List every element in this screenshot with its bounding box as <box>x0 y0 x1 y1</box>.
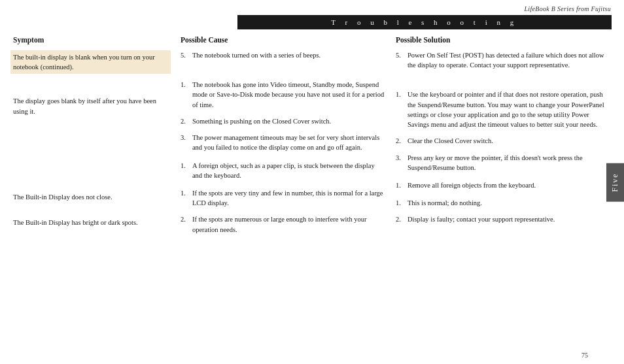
side-tab: Five <box>606 163 624 201</box>
solution-block-4: 1. This is normal; do nothing. 2. Displa… <box>396 198 604 224</box>
page-number: 75 <box>581 352 588 359</box>
symptom-item-2: The display goes blank by itself after y… <box>13 96 171 116</box>
cause-block-1: 5. The notebook turned on with a series … <box>181 50 386 60</box>
solution-block-1: 5. Power On Self Test (POST) has detecte… <box>396 50 604 70</box>
cause-block-4: 1. If the spots are very tiny and few in… <box>181 188 386 235</box>
cause-block-3: 1. A foreign object, such as a paper cli… <box>181 161 386 180</box>
cause-column-header: Possible Cause <box>181 36 386 44</box>
cause-block-2: 1. The notebook has gone into Video time… <box>181 80 386 152</box>
symptom-item-1: The built-in display is blank when you t… <box>10 50 171 74</box>
symptom-column-header: Symptom <box>13 36 171 44</box>
title-bar: T r o u b l e s h o o t i n g <box>237 15 612 29</box>
symptom-item-4: The Built-in Display has bright or dark … <box>13 218 171 227</box>
solution-block-3: 1. Remove all foreign objects from the k… <box>396 180 604 190</box>
solution-column-header: Possible Solution <box>396 36 604 44</box>
symptom-item-3: The Built-in Display does not close. <box>13 192 171 202</box>
header-brand: LifeBook B Series from Fujitsu <box>0 0 624 15</box>
solution-block-2: 1. Use the keyboard or pointer and if th… <box>396 90 604 173</box>
